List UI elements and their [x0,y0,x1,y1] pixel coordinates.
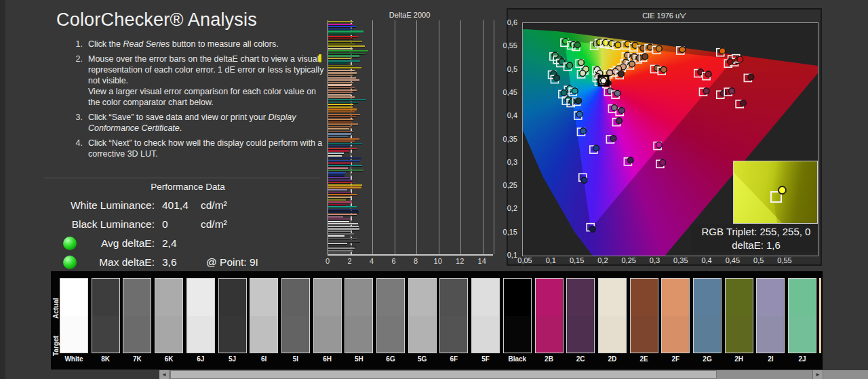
scrollbar-left-arrow-icon[interactable]: ◄ [159,370,170,379]
deltae-error-bar[interactable] [328,184,362,186]
deltae-error-bar[interactable] [328,133,351,134]
deltae-error-bar[interactable] [328,84,351,85]
deltae-error-bar[interactable] [328,65,353,66]
deltae-error-bar[interactable] [328,36,358,37]
deltae-error-bar[interactable] [328,223,358,224]
deltae-error-bar[interactable] [328,82,353,83]
deltae-error-bar[interactable] [328,238,357,239]
deltae-error-bar[interactable] [328,79,359,81]
deltae-error-bar[interactable] [328,123,358,125]
deltae-error-bar[interactable] [328,53,366,54]
deltae-error-bar[interactable] [328,92,353,93]
deltae-error-bar[interactable] [328,197,351,198]
deltae-error-bar[interactable] [328,148,357,149]
deltae-error-bar[interactable] [328,60,360,62]
deltae-error-bar[interactable] [328,167,348,169]
deltae-error-bar[interactable] [328,116,356,117]
deltae-error-bar[interactable] [328,155,342,157]
deltae-error-bar[interactable] [328,240,360,241]
deltae-error-bar[interactable] [328,157,361,159]
deltae-error-bar[interactable] [328,221,349,222]
deltae-error-bar[interactable] [328,231,351,232]
scrollbar-thumb[interactable] [170,370,717,379]
deltae-error-bar[interactable] [328,209,358,210]
comparator-scrollbar[interactable]: ◄ ► [159,370,868,379]
deltae-error-bar[interactable] [328,243,347,244]
deltae-error-bar[interactable] [328,70,355,71]
deltae-error-bar[interactable] [328,24,353,25]
deltae-error-bar[interactable] [328,21,353,22]
deltae-error-bar[interactable] [328,216,343,218]
deltae-error-bar[interactable] [328,102,358,103]
deltae-error-bar[interactable] [328,106,353,108]
deltae-error-bar[interactable] [328,136,348,137]
deltae-error-bar[interactable] [328,89,357,91]
deltae-error-bar[interactable] [328,153,344,154]
deltae-error-bar[interactable] [328,194,357,195]
deltae-error-bar[interactable] [328,111,355,113]
deltae-error-bar[interactable] [328,172,346,174]
deltae-error-bar[interactable] [328,186,361,188]
deltae-error-bar[interactable] [328,145,351,146]
deltae-error-bar[interactable] [328,140,355,142]
deltae-error-bar[interactable] [328,62,348,64]
deltae-error-bar[interactable] [328,226,359,227]
deltae-error-bar[interactable] [328,211,359,212]
deltae-error-bar[interactable] [328,75,353,76]
deltae-error-bar[interactable] [328,50,368,52]
deltae-error-bar[interactable] [328,206,357,207]
deltae-error-bar[interactable] [328,250,353,252]
deltae-error-bar[interactable] [328,121,353,122]
deltae-error-bar[interactable] [328,169,363,171]
deltae-error-bar[interactable] [328,245,356,247]
deltae-error-bar[interactable] [328,199,346,200]
deltae-error-bar[interactable] [328,128,349,129]
deltae-error-bar[interactable] [328,177,349,178]
deltae-error-bar[interactable] [328,160,360,161]
deltae-error-bar[interactable] [328,143,362,144]
deltae-error-bar[interactable] [328,108,357,110]
deltae-error-bar[interactable] [328,38,353,39]
deltae-error-bar[interactable] [328,214,357,215]
deltae-error-bar[interactable] [328,28,353,30]
deltae-error-bar[interactable] [328,33,356,35]
deltae-error-bar[interactable] [328,192,351,193]
deltae-error-bar[interactable] [328,43,355,44]
deltae-error-bar[interactable] [328,204,346,205]
deltae-error-bar[interactable] [328,119,353,120]
deltae-error-bar[interactable] [328,31,363,32]
deltae-error-bar[interactable] [328,228,359,229]
deltae-error-bar[interactable] [328,138,359,140]
deltae-error-bar[interactable] [328,218,351,220]
deltae-error-bar[interactable] [328,96,355,98]
deltae-error-bar[interactable] [328,77,356,79]
deltae-error-bar[interactable] [328,131,353,132]
deltae-error-bar[interactable] [328,55,359,56]
deltae-error-bar[interactable] [328,99,366,100]
deltae-error-bar[interactable] [328,233,354,235]
deltae-error-bar[interactable] [328,104,353,105]
deltae-error-bar[interactable] [328,189,347,191]
deltae-error-bar[interactable] [328,72,357,73]
scrollbar-right-arrow-icon[interactable]: ► [812,370,823,379]
deltae-error-bar[interactable] [328,41,362,42]
deltae-error-bar[interactable] [328,235,344,237]
deltae-error-bar[interactable] [328,150,349,151]
deltae-error-bar[interactable] [328,45,365,47]
deltae-error-bar[interactable] [328,67,361,68]
deltae-error-bar[interactable] [328,165,362,166]
deltae-error-bar[interactable] [328,114,360,115]
comparator-swatch-8K [92,278,120,353]
deltae-error-bar[interactable] [328,247,355,249]
deltae-error-bar[interactable] [328,174,344,176]
deltae-error-bar[interactable] [328,201,352,203]
deltae-error-bar[interactable] [328,126,351,127]
deltae-error-bar[interactable] [328,58,351,59]
deltae-error-bar[interactable] [328,182,353,183]
deltae-error-bar[interactable] [328,26,356,27]
deltae-error-bar[interactable] [328,162,351,163]
deltae-error-bar[interactable] [328,180,353,181]
deltae-error-bar[interactable] [328,87,355,88]
deltae-error-bar[interactable] [328,48,353,49]
deltae-error-bar[interactable] [328,94,351,96]
